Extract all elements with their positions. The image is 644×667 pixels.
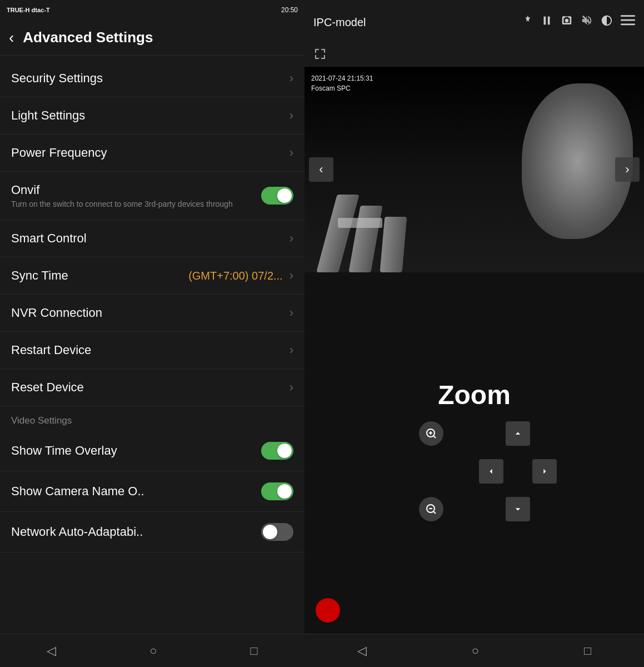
right-panel: IPC-model [304, 0, 644, 667]
svg-rect-3 [621, 19, 635, 21]
timestamp-date: 2021-07-24 21:15:31 [311, 73, 373, 83]
power-label: Power Frequency [11, 146, 107, 160]
bottom-nav-left: ◁ ○ □ [0, 634, 304, 667]
settings-item-show-time[interactable]: Show Time Overlay [0, 431, 304, 471]
chevron-icon: › [289, 268, 293, 283]
record-button[interactable] [316, 598, 340, 623]
svg-rect-0 [544, 17, 546, 25]
video-settings-header: Video Settings [0, 406, 304, 431]
right-nav-back-button[interactable]: ◁ [357, 644, 367, 658]
restart-label: Restart Device [11, 343, 91, 357]
show-time-toggle[interactable] [261, 442, 293, 460]
onvif-label: Onvif [11, 183, 39, 197]
svg-rect-4 [621, 23, 635, 25]
svg-line-8 [433, 436, 436, 438]
onvif-toggle[interactable] [261, 187, 293, 205]
chevron-icon: › [289, 71, 293, 86]
bottom-nav-right: ◁ ○ □ [304, 634, 644, 667]
page-title: Advanced Settings [23, 29, 153, 46]
pause-icon[interactable] [541, 14, 553, 30]
chevron-icon: › [289, 343, 293, 357]
back-button[interactable]: ‹ [9, 29, 14, 47]
camera-icons-group [521, 14, 635, 30]
settings-item-smart[interactable]: Smart Control › [0, 220, 304, 257]
camera-model-label: IPC-model [313, 16, 366, 29]
mute-icon[interactable] [581, 14, 593, 30]
toggle-knob [263, 525, 277, 539]
light-label: Light Settings [11, 108, 85, 122]
zoom-label: Zoom [438, 380, 511, 410]
svg-rect-1 [548, 17, 550, 25]
reset-label: Reset Device [11, 380, 84, 394]
zoom-out-button[interactable] [419, 497, 443, 521]
camera-top-bar: IPC-model [304, 0, 644, 44]
chevron-icon: › [289, 380, 293, 395]
zoom-in-button[interactable] [419, 421, 443, 446]
feed-nav-right[interactable]: › [615, 157, 640, 182]
contrast-icon[interactable] [601, 14, 613, 30]
smart-label: Smart Control [11, 231, 87, 245]
nav-recent-button[interactable]: □ [251, 644, 258, 658]
fullscreen-icon[interactable] [313, 47, 327, 64]
feed-nav-left[interactable]: ‹ [309, 157, 333, 182]
status-time: 20:50 [281, 6, 298, 14]
camera-sub-bar [304, 44, 644, 67]
chevron-icon: › [289, 306, 293, 320]
car-headlight [338, 218, 382, 228]
show-time-label: Show Time Overlay [11, 444, 117, 457]
right-nav-recent-button[interactable]: □ [584, 644, 591, 658]
settings-item-security[interactable]: Security Settings › [0, 60, 304, 97]
dpad-left-button[interactable] [479, 459, 503, 484]
toggle-knob [277, 484, 292, 499]
camera-feed: 2021-07-24 21:15:31 Foscam SPC ‹ › [304, 67, 644, 272]
left-panel: TRUE-H dtac-T 20:50 ‹ Advanced Settings … [0, 0, 304, 667]
dpad-down-button[interactable] [506, 497, 530, 521]
toggle-knob [277, 188, 292, 203]
security-label: Security Settings [11, 71, 103, 85]
settings-item-power[interactable]: Power Frequency › [0, 135, 304, 172]
right-nav-home-button[interactable]: ○ [472, 644, 479, 658]
control-panel: Zoom [304, 272, 644, 634]
toggle-knob [277, 444, 292, 458]
settings-item-show-camera[interactable]: Show Camera Name O.. [0, 471, 304, 512]
feed-scene [304, 67, 644, 272]
snapshot-icon[interactable] [561, 14, 573, 30]
settings-item-onvif[interactable]: Onvif Turn on the switch to connect to s… [0, 172, 304, 220]
settings-item-light[interactable]: Light Settings › [0, 97, 304, 135]
settings-list: Security Settings › Light Settings › Pow… [0, 56, 304, 634]
sync-label: Sync Time [11, 268, 68, 282]
brand-label: Foscam SPC [311, 83, 373, 93]
settings-item-sync[interactable]: Sync Time (GMT+7:00) 07/2... › [0, 257, 304, 295]
nav-back-button[interactable]: ◁ [47, 644, 56, 658]
feed-timestamp: 2021-07-24 21:15:31 Foscam SPC [311, 73, 373, 93]
menu-icon[interactable] [621, 14, 635, 30]
settings-item-restart[interactable]: Restart Device › [0, 332, 304, 369]
chevron-icon: › [289, 231, 293, 246]
dpad-right-button[interactable] [532, 459, 557, 484]
nvr-label: NVR Connection [11, 306, 102, 320]
svg-line-11 [433, 511, 436, 514]
dpad-up-button[interactable] [506, 421, 530, 446]
show-camera-toggle[interactable] [261, 482, 293, 500]
settings-item-network-auto[interactable]: Network Auto-Adaptabi.. [0, 512, 304, 552]
chevron-icon: › [289, 146, 293, 160]
onvif-sub: Turn on the switch to connect to some 3r… [11, 200, 261, 208]
carrier-label: TRUE-H dtac-T [7, 7, 50, 13]
nav-home-button[interactable]: ○ [149, 644, 157, 658]
svg-rect-2 [621, 15, 635, 17]
chevron-icon: › [289, 108, 293, 123]
settings-item-nvr[interactable]: NVR Connection › [0, 295, 304, 332]
network-auto-label: Network Auto-Adaptabi.. [11, 525, 143, 539]
status-bar: TRUE-H dtac-T 20:50 [0, 0, 304, 20]
top-bar: ‹ Advanced Settings [0, 20, 304, 56]
show-camera-label: Show Camera Name O.. [11, 484, 144, 498]
network-auto-toggle[interactable] [261, 523, 293, 541]
pin-icon[interactable] [521, 14, 533, 30]
sync-time-value: (GMT+7:00) 07/2... [188, 270, 283, 282]
settings-item-reset[interactable]: Reset Device › [0, 369, 304, 406]
